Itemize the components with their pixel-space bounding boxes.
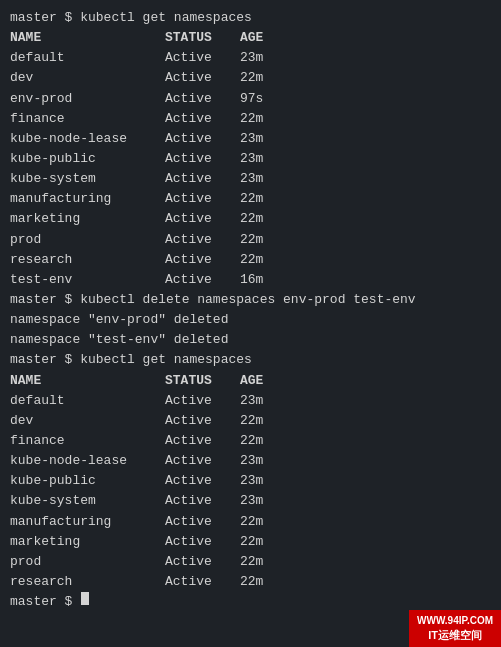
col-header-age-1: AGE (240, 28, 263, 48)
output-delete-2: namespace "test-env" deleted (10, 330, 491, 350)
ns-row: prodActive22m (10, 230, 491, 250)
cmd-text-2: master $ kubectl get namespaces (10, 350, 252, 370)
output-delete-1: namespace "env-prod" deleted (10, 310, 491, 330)
ns-row: devActive22m (10, 68, 491, 88)
cmd-text-delete: master $ kubectl delete namespaces env-p… (10, 290, 416, 310)
ns-row: marketingActive22m (10, 209, 491, 229)
ns-row: financeActive22m (10, 109, 491, 129)
watermark-url: WWW.94IP.COM (417, 614, 493, 628)
terminal: master $ kubectl get namespaces NAME STA… (0, 0, 501, 647)
ns-row: kube-publicActive23m (10, 471, 491, 491)
ns-row: marketingActive22m (10, 532, 491, 552)
cursor-block (81, 592, 89, 605)
ns-row: prodActive22m (10, 552, 491, 572)
cmd-text-1: master $ kubectl get namespaces (10, 8, 252, 28)
ns-row: kube-node-leaseActive23m (10, 129, 491, 149)
watermark: WWW.94IP.COM IT运维空间 (409, 610, 501, 647)
ns-row: defaultActive23m (10, 391, 491, 411)
ns-row: env-prodActive97s (10, 89, 491, 109)
final-prompt-text: master $ (10, 592, 80, 612)
header-row-2: NAME STATUS AGE (10, 371, 491, 391)
col-header-name-2: NAME (10, 371, 165, 391)
cmd-line-2: master $ kubectl get namespaces (10, 350, 491, 370)
ns-row: devActive22m (10, 411, 491, 431)
col-header-status-1: STATUS (165, 28, 240, 48)
cmd-line-delete: master $ kubectl delete namespaces env-p… (10, 290, 491, 310)
ns-row: kube-publicActive23m (10, 149, 491, 169)
ns-row: researchActive22m (10, 250, 491, 270)
watermark-label: IT运维空间 (417, 628, 493, 643)
ns-row: financeActive22m (10, 431, 491, 451)
col-header-name-1: NAME (10, 28, 165, 48)
ns-row: kube-node-leaseActive23m (10, 451, 491, 471)
ns-row: researchActive22m (10, 572, 491, 592)
col-header-status-2: STATUS (165, 371, 240, 391)
cmd-line-1: master $ kubectl get namespaces (10, 8, 491, 28)
header-row-1: NAME STATUS AGE (10, 28, 491, 48)
col-header-age-2: AGE (240, 371, 263, 391)
ns-row: defaultActive23m (10, 48, 491, 68)
ns-row: test-envActive16m (10, 270, 491, 290)
ns-row: manufacturingActive22m (10, 512, 491, 532)
ns-row: manufacturingActive22m (10, 189, 491, 209)
ns-row: kube-systemActive23m (10, 169, 491, 189)
ns-row: kube-systemActive23m (10, 491, 491, 511)
